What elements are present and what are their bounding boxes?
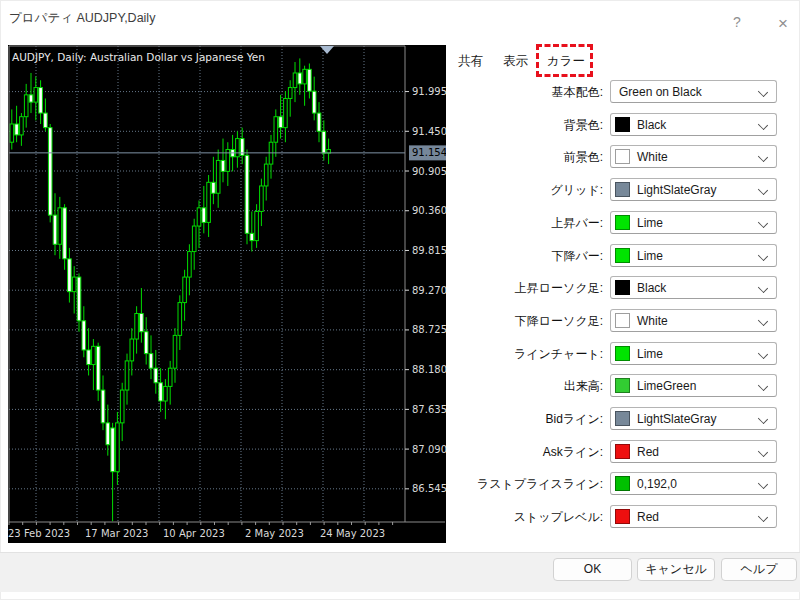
- color-swatch: [615, 444, 630, 459]
- dialog-title: プロパティ AUDJPY,Daily: [9, 10, 155, 27]
- setting-label: ストップレベル:: [440, 509, 603, 526]
- setting-label: 背景色:: [440, 117, 603, 134]
- setting-row: 上昇バー: Lime: [440, 211, 778, 234]
- chevron-down-icon: [758, 447, 768, 457]
- dropdown-value: 0,192,0: [637, 477, 677, 491]
- button-ヘルプ[interactable]: ヘルプ: [721, 558, 797, 581]
- color-swatch: [615, 313, 630, 328]
- tab-表示[interactable]: 表示: [503, 53, 528, 70]
- dropdown-value: Red: [637, 445, 659, 459]
- button-キャンセル[interactable]: キャンセル: [637, 558, 715, 581]
- color-swatch: [615, 149, 630, 164]
- chevron-down-icon: [758, 414, 768, 424]
- dropdown-value: LightSlateGray: [637, 412, 716, 426]
- setting-label: 下降ローソク足:: [440, 313, 603, 330]
- tab-共有[interactable]: 共有: [458, 53, 483, 70]
- color-dropdown[interactable]: Black: [610, 276, 777, 299]
- dropdown-value: Red: [637, 510, 659, 524]
- color-swatch: [615, 280, 630, 295]
- color-dropdown[interactable]: LightSlateGray: [610, 178, 777, 201]
- setting-row: 前景色: White: [440, 145, 778, 168]
- dropdown-value: Lime: [637, 347, 663, 361]
- button-OK[interactable]: OK: [553, 558, 632, 581]
- svg-text:17 Mar 2023: 17 Mar 2023: [85, 528, 148, 539]
- setting-label: 上昇ローソク足:: [440, 280, 603, 297]
- dropdown-value: Lime: [637, 216, 663, 230]
- color-dropdown[interactable]: Lime: [610, 211, 777, 234]
- setting-label: 上昇バー:: [440, 215, 603, 232]
- dropdown-value: Black: [637, 281, 666, 295]
- setting-row: 背景色: Black: [440, 113, 778, 136]
- close-icon[interactable]: ×: [778, 14, 788, 34]
- setting-label: Bidライン:: [440, 411, 603, 428]
- chevron-down-icon: [758, 120, 768, 130]
- color-swatch: [615, 215, 630, 230]
- svg-text:2 May 2023: 2 May 2023: [245, 528, 304, 539]
- dropdown-value: White: [637, 314, 668, 328]
- setting-row: Bidライン: LightSlateGray: [440, 407, 778, 430]
- red-dashed-annotation: [536, 44, 593, 77]
- color-swatch: [615, 509, 630, 524]
- setting-row: Askライン: Red: [440, 440, 778, 463]
- chevron-down-icon: [758, 283, 768, 293]
- setting-label: Askライン:: [440, 444, 603, 461]
- setting-row: 基本配色: Green on Black: [440, 80, 778, 103]
- chevron-down-icon: [758, 251, 768, 261]
- setting-label: グリッド:: [440, 182, 603, 199]
- color-dropdown[interactable]: Black: [610, 113, 777, 136]
- color-dropdown[interactable]: Lime: [610, 342, 777, 365]
- chevron-down-icon: [758, 381, 768, 391]
- chevron-down-icon: [758, 218, 768, 228]
- setting-row: 下降バー: Lime: [440, 244, 778, 267]
- chevron-down-icon: [758, 87, 768, 97]
- svg-text:23 Feb 2023: 23 Feb 2023: [8, 528, 70, 539]
- color-dropdown[interactable]: Red: [610, 440, 777, 463]
- setting-label: 基本配色:: [440, 84, 603, 101]
- chart-properties-dialog: { "window": { "title": "プロパティ AUDJPY,Dai…: [0, 0, 800, 600]
- chevron-down-icon: [758, 152, 768, 162]
- chevron-down-icon: [758, 349, 768, 359]
- color-swatch: [615, 182, 630, 197]
- color-dropdown[interactable]: White: [610, 145, 777, 168]
- svg-text:10 Apr 2023: 10 Apr 2023: [163, 528, 225, 539]
- setting-label: ラインチャート:: [440, 346, 603, 363]
- setting-row: ラインチャート: Lime: [440, 342, 778, 365]
- dropdown-value: LimeGreen: [637, 379, 696, 393]
- dropdown-value: Black: [637, 118, 666, 132]
- color-swatch: [615, 411, 630, 426]
- chevron-down-icon: [758, 479, 768, 489]
- setting-label: 前景色:: [440, 149, 603, 166]
- dialog-footer: OKキャンセルヘルプ: [0, 552, 800, 592]
- color-dropdown[interactable]: Red: [610, 505, 777, 528]
- color-dropdown[interactable]: LightSlateGray: [610, 407, 777, 430]
- setting-label: 下降バー:: [440, 248, 603, 265]
- setting-row: 上昇ローソク足: Black: [440, 276, 778, 299]
- color-swatch: [615, 117, 630, 132]
- setting-row: ラストプライスライン: 0,192,0: [440, 472, 778, 495]
- color-swatch: [615, 378, 630, 393]
- svg-text:24 May 2023: 24 May 2023: [320, 528, 385, 539]
- chart-preview: 91.15491.99591.45090.90590.36089.81589.2…: [8, 45, 446, 543]
- color-swatch: [615, 248, 630, 263]
- color-dropdown[interactable]: White: [610, 309, 777, 332]
- color-swatch: [615, 476, 630, 491]
- setting-row: グリッド: LightSlateGray: [440, 178, 778, 201]
- setting-row: ストップレベル: Red: [440, 505, 778, 528]
- setting-label: 出来高:: [440, 378, 603, 395]
- dropdown-value: Lime: [637, 249, 663, 263]
- color-dropdown[interactable]: 0,192,0: [610, 472, 777, 495]
- chevron-down-icon: [758, 512, 768, 522]
- chart-preview-panel: 91.15491.99591.45090.90590.36089.81589.2…: [8, 45, 446, 543]
- color-dropdown[interactable]: LimeGreen: [610, 374, 777, 397]
- help-icon[interactable]: ?: [733, 14, 741, 30]
- dropdown-value: Green on Black: [619, 85, 702, 99]
- color-dropdown[interactable]: Green on Black: [610, 80, 777, 103]
- chevron-down-icon: [758, 316, 768, 326]
- svg-text:AUDJPY, Daily: Australian Dol: AUDJPY, Daily: Australian Dollar vs Japa…: [12, 51, 265, 63]
- dropdown-value: LightSlateGray: [637, 183, 716, 197]
- color-dropdown[interactable]: Lime: [610, 244, 777, 267]
- setting-label: ラストプライスライン:: [440, 476, 603, 493]
- setting-row: 下降ローソク足: White: [440, 309, 778, 332]
- setting-row: 出来高: LimeGreen: [440, 374, 778, 397]
- chevron-down-icon: [758, 185, 768, 195]
